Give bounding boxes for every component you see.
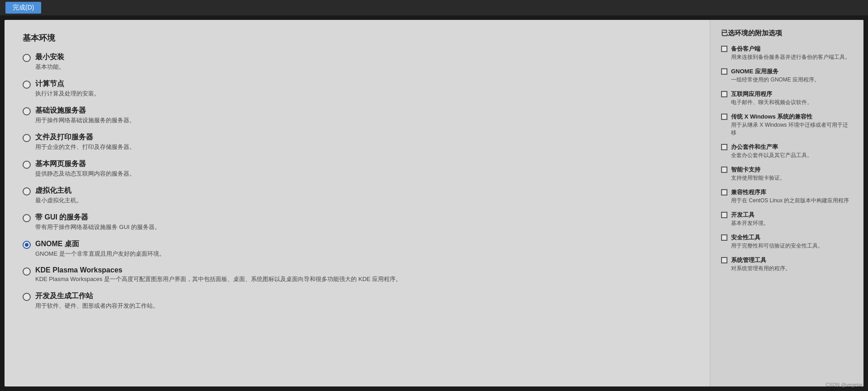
- checkbox-smart-card[interactable]: [721, 167, 727, 173]
- addon-item-gnome-apps[interactable]: GNOME 应用服务一组经常使用的 GNOME 应用程序。: [721, 67, 853, 84]
- env-item-infra-server[interactable]: 基础设施服务器用于操作网络基础设施服务的服务器。: [23, 106, 692, 124]
- section-title: 基本环境: [23, 33, 692, 43]
- addon-desc-dev-tools: 基本开发环境。: [731, 219, 769, 227]
- radio-minimal[interactable]: [23, 54, 31, 62]
- radio-dev-workstation[interactable]: [23, 293, 31, 301]
- env-desc-minimal: 基本功能。: [35, 63, 65, 71]
- env-item-web-server[interactable]: 基本网页服务器提供静态及动态互联网内容的服务器。: [23, 159, 692, 178]
- addon-desc-gnome-apps: 一组经常使用的 GNOME 应用程序。: [731, 76, 820, 84]
- env-desc-server-with-gui: 带有用于操作网络基础设施服务 GUI 的服务器。: [35, 223, 160, 231]
- addon-name-dev-tools: 开发工具: [731, 211, 769, 219]
- addon-item-internet-apps[interactable]: 互联网应用程序电子邮件、聊天和视频会议软件。: [721, 90, 853, 106]
- left-panel: 基本环境 最小安装基本功能。计算节点执行计算及处理的安装。基础设施服务器用于操作…: [5, 20, 710, 386]
- env-name-kde-plasma: KDE Plasma Workspaces: [35, 266, 401, 274]
- addon-desc-legacy-x-windows: 用于从继承 X Windows 环境中迁移或者可用于迁移: [731, 121, 853, 137]
- env-item-file-print-server[interactable]: 文件及打印服务器用于企业的文件、打印及存储服务器。: [23, 133, 692, 151]
- addon-desc-internet-apps: 电子邮件、聊天和视频会议软件。: [731, 99, 812, 106]
- radio-file-print-server[interactable]: [23, 134, 31, 142]
- checkbox-gnome-apps[interactable]: [721, 68, 727, 75]
- addon-name-legacy-x-windows: 传统 X Windows 系统的兼容性: [731, 113, 853, 121]
- env-list: 最小安装基本功能。计算节点执行计算及处理的安装。基础设施服务器用于操作网络基础设…: [23, 52, 692, 310]
- env-desc-dev-workstation: 用于软件、硬件、图形或者内容开发的工作站。: [35, 302, 159, 310]
- radio-web-server[interactable]: [23, 161, 31, 169]
- env-name-gnome-desktop: GNOME 桌面: [35, 239, 165, 249]
- radio-server-with-gui[interactable]: [23, 214, 31, 222]
- checkbox-security-tools[interactable]: [721, 234, 727, 241]
- addon-item-dev-tools[interactable]: 开发工具基本开发环境。: [721, 211, 853, 227]
- addon-name-gnome-apps: GNOME 应用服务: [731, 67, 820, 76]
- env-desc-infra-server: 用于操作网络基础设施服务的服务器。: [35, 116, 135, 124]
- env-item-virtualization-host[interactable]: 虚拟化主机最小虚拟化主机。: [23, 186, 692, 205]
- env-item-kde-plasma[interactable]: KDE Plasma WorkspacesKDE Plasma Workspac…: [23, 266, 692, 283]
- env-item-server-with-gui[interactable]: 带 GUI 的服务器带有用于操作网络基础设施服务 GUI 的服务器。: [23, 213, 692, 231]
- checkbox-backup-client[interactable]: [721, 46, 727, 52]
- env-name-dev-workstation: 开发及生成工作站: [35, 291, 159, 301]
- addon-name-office-productivity: 办公套件和生产率: [731, 143, 812, 151]
- addon-desc-backup-client: 用来连接到备份服务器并进行备份的客户端工具。: [731, 53, 850, 61]
- env-desc-web-server: 提供静态及动态互联网内容的服务器。: [35, 170, 135, 178]
- addon-name-backup-client: 备份客户端: [731, 45, 850, 53]
- addon-item-security-tools[interactable]: 安全性工具用于完整性和可信验证的安全性工具。: [721, 234, 853, 250]
- checkbox-office-productivity[interactable]: [721, 144, 727, 150]
- env-desc-file-print-server: 用于企业的文件、打印及存储服务器。: [35, 143, 135, 151]
- addon-item-smart-card[interactable]: 智能卡支持支持使用智能卡验证。: [721, 166, 853, 182]
- checkbox-compat-libs[interactable]: [721, 189, 727, 196]
- addon-item-backup-client[interactable]: 备份客户端用来连接到备份服务器并进行备份的客户端工具。: [721, 45, 853, 61]
- main-content: 基本环境 最小安装基本功能。计算节点执行计算及处理的安装。基础设施服务器用于操作…: [5, 20, 863, 386]
- addon-desc-security-tools: 用于完整性和可信验证的安全性工具。: [731, 242, 823, 250]
- env-item-dev-workstation[interactable]: 开发及生成工作站用于软件、硬件、图形或者内容开发的工作站。: [23, 291, 692, 310]
- env-name-infra-server: 基础设施服务器: [35, 106, 135, 115]
- addon-desc-smart-card: 支持使用智能卡验证。: [731, 174, 785, 182]
- addon-item-legacy-x-windows[interactable]: 传统 X Windows 系统的兼容性用于从继承 X Windows 环境中迁移…: [721, 113, 853, 137]
- env-name-virtualization-host: 虚拟化主机: [35, 186, 82, 196]
- env-item-minimal[interactable]: 最小安装基本功能。: [23, 52, 692, 71]
- radio-compute-node[interactable]: [23, 81, 31, 89]
- addon-item-compat-libs[interactable]: 兼容性程序库用于在 CentOS Linux 的之前版本中构建应用程序: [721, 188, 853, 205]
- env-name-minimal: 最小安装: [35, 52, 65, 62]
- addon-desc-system-admin-tools: 对系统管理有用的程序。: [731, 265, 791, 272]
- right-panel-title: 已选环境的附加选项: [721, 29, 853, 38]
- env-desc-gnome-desktop: GNOME 是一个非常直观且用户友好的桌面环境。: [35, 250, 165, 258]
- radio-gnome-desktop[interactable]: [23, 241, 31, 249]
- env-desc-virtualization-host: 最小虚拟化主机。: [35, 196, 82, 205]
- addon-item-system-admin-tools[interactable]: 系统管理工具对系统管理有用的程序。: [721, 256, 853, 272]
- addon-name-security-tools: 安全性工具: [731, 234, 823, 242]
- checkbox-dev-tools[interactable]: [721, 212, 727, 218]
- addon-name-smart-card: 智能卡支持: [731, 166, 785, 174]
- top-bar: 完成(D): [0, 0, 868, 15]
- radio-kde-plasma[interactable]: [23, 267, 31, 276]
- addon-name-internet-apps: 互联网应用程序: [731, 90, 812, 98]
- addon-desc-compat-libs: 用于在 CentOS Linux 的之前版本中构建应用程序: [731, 197, 849, 205]
- addon-name-compat-libs: 兼容性程序库: [731, 188, 849, 196]
- finish-button[interactable]: 完成(D): [5, 2, 41, 14]
- env-name-web-server: 基本网页服务器: [35, 159, 135, 169]
- addon-list: 备份客户端用来连接到备份服务器并进行备份的客户端工具。GNOME 应用服务一组经…: [721, 45, 853, 272]
- radio-virtualization-host[interactable]: [23, 187, 31, 196]
- env-item-gnome-desktop[interactable]: GNOME 桌面GNOME 是一个非常直观且用户友好的桌面环境。: [23, 239, 692, 258]
- checkbox-system-admin-tools[interactable]: [721, 257, 727, 263]
- addon-item-office-productivity[interactable]: 办公套件和生产率全套办公套件以及其它产品工具。: [721, 143, 853, 159]
- addon-name-system-admin-tools: 系统管理工具: [731, 256, 791, 264]
- watermark: CSDN @vegetar: [826, 382, 863, 387]
- env-desc-compute-node: 执行计算及处理的安装。: [35, 90, 100, 98]
- env-name-compute-node: 计算节点: [35, 79, 100, 89]
- addon-desc-office-productivity: 全套办公套件以及其它产品工具。: [731, 152, 812, 159]
- checkbox-internet-apps[interactable]: [721, 91, 727, 97]
- env-desc-kde-plasma: KDE Plasma Workspaces 是一个高度可配置图形用户界面，其中包…: [35, 275, 401, 283]
- env-name-file-print-server: 文件及打印服务器: [35, 133, 135, 142]
- checkbox-legacy-x-windows[interactable]: [721, 114, 727, 120]
- env-item-compute-node[interactable]: 计算节点执行计算及处理的安装。: [23, 79, 692, 98]
- right-panel: 已选环境的附加选项 备份客户端用来连接到备份服务器并进行备份的客户端工具。GNO…: [710, 20, 863, 386]
- radio-infra-server[interactable]: [23, 107, 31, 115]
- env-name-server-with-gui: 带 GUI 的服务器: [35, 213, 160, 222]
